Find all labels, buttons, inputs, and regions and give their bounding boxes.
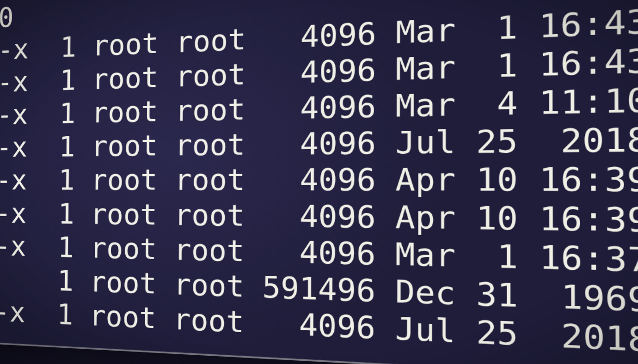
size: 4096 bbox=[263, 198, 395, 235]
date: Mar 4 11:10 bbox=[396, 80, 638, 124]
date: Apr 10 16:39 bbox=[395, 160, 638, 199]
date: Jul 25 2018 bbox=[395, 120, 638, 161]
size: 4096 bbox=[264, 88, 396, 126]
perm: r-xr-x bbox=[0, 196, 27, 229]
terminal-window: inistrator ✕ >_ PowerShell + @DESKTOP:~$… bbox=[0, 0, 638, 364]
links: 1 bbox=[25, 296, 89, 331]
date: Mar 1 16:37 bbox=[395, 236, 638, 279]
perm: r-xr-x bbox=[0, 98, 28, 132]
owner: root bbox=[92, 25, 176, 62]
perm: r-xr-x bbox=[0, 164, 27, 196]
date: Jul 25 2018 bbox=[395, 310, 638, 360]
owner: root bbox=[92, 94, 175, 129]
group: root bbox=[173, 302, 263, 340]
size: 4096 bbox=[263, 161, 396, 198]
owner: root bbox=[90, 231, 174, 266]
group: root bbox=[175, 56, 264, 93]
group: root bbox=[176, 21, 264, 59]
owner: root bbox=[92, 60, 176, 96]
links: 1 bbox=[27, 163, 91, 196]
group: root bbox=[174, 197, 263, 233]
size: 591496 bbox=[262, 269, 395, 309]
perm: r-xr-x bbox=[0, 131, 28, 164]
owner: root bbox=[89, 298, 173, 336]
size: 4096 bbox=[263, 125, 395, 162]
total-line: l 580 bbox=[0, 1, 14, 36]
group: root bbox=[175, 127, 264, 162]
group: root bbox=[173, 267, 262, 304]
perm: r-xr-x bbox=[0, 32, 29, 68]
owner: root bbox=[91, 128, 175, 163]
perm bbox=[0, 260, 26, 295]
perm: r-xr-x bbox=[0, 292, 25, 328]
terminal-viewport[interactable]: @DESKTOP:~$ ll / l 580 r-xr-x 1 root roo… bbox=[0, 0, 638, 364]
links: 1 bbox=[27, 130, 92, 163]
perm: r-xr-x bbox=[0, 228, 26, 262]
perm: r-xr-x bbox=[0, 65, 29, 100]
size: 4096 bbox=[264, 14, 396, 55]
links: 1 bbox=[29, 30, 92, 65]
size: 4096 bbox=[263, 233, 395, 272]
owner: root bbox=[90, 197, 174, 231]
group: root bbox=[174, 232, 263, 268]
list-row: r-xr-x 1 root root 4096 Apr 10 16:39 dev… bbox=[0, 159, 638, 200]
links: 1 bbox=[28, 63, 92, 97]
owner: root bbox=[90, 264, 174, 301]
links: 1 bbox=[26, 197, 91, 230]
size: 4096 bbox=[262, 305, 395, 346]
date: Apr 10 16:39 bbox=[395, 198, 638, 239]
links: 1 bbox=[28, 96, 92, 130]
group: root bbox=[175, 91, 264, 128]
owner: root bbox=[91, 163, 175, 197]
group: root bbox=[174, 162, 263, 197]
links: 1 bbox=[26, 230, 90, 264]
links: 1 bbox=[25, 263, 90, 298]
size: 4096 bbox=[264, 51, 396, 91]
